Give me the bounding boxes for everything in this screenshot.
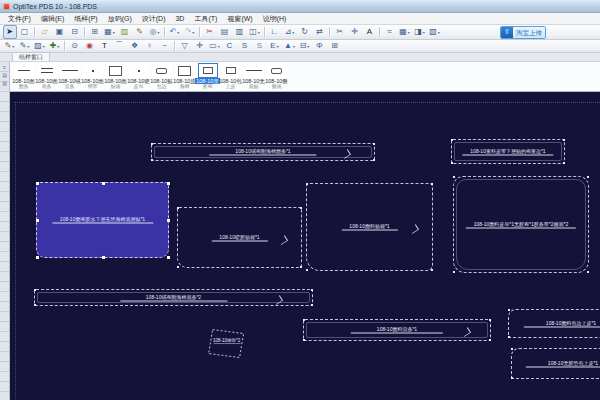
plot-icon-dropdown-arrow[interactable]: ▾ xyxy=(113,30,115,35)
pattern-canvas[interactable]: 108-10绑带*2 108-10绒布附海棉面条*1108-10里料皮带下层贴的… xyxy=(10,92,600,400)
s-curve-icon[interactable]: S xyxy=(238,39,252,53)
upload-button[interactable]: ⇧淘宝上传 xyxy=(500,26,546,39)
menu-item-7[interactable]: 视窗(W) xyxy=(222,13,257,24)
window-tool-icon[interactable]: ▭▾ xyxy=(208,39,222,53)
grid-icon[interactable]: ▦▾ xyxy=(398,25,412,39)
circle-tool-icon[interactable]: ⊙ xyxy=(68,39,82,53)
vertical-menu-icon[interactable]: ≡ xyxy=(3,64,6,70)
window-tool-icon-dropdown-arrow[interactable]: ▾ xyxy=(218,44,220,49)
cross-tool-icon[interactable]: ✛ xyxy=(193,39,207,53)
layers-icon[interactable]: ▧▾ xyxy=(428,25,442,39)
grid-icon-dropdown-arrow[interactable]: ▾ xyxy=(408,30,410,35)
arc-tool-icon[interactable]: ⌒ xyxy=(113,39,127,53)
selection-handle[interactable] xyxy=(102,182,105,185)
redo-icon[interactable]: ↷▾ xyxy=(183,25,197,39)
save-icon[interactable]: ▣ xyxy=(53,25,67,39)
piece-thumb-item-1[interactable]: 108-10面底条 xyxy=(35,62,58,91)
stamp-icon-dropdown-arrow[interactable]: ▾ xyxy=(423,30,425,35)
menu-item-8[interactable]: 说明(H) xyxy=(258,13,292,24)
selection-handle[interactable] xyxy=(36,256,39,259)
notch-tool-icon[interactable]: ✂ xyxy=(333,25,347,39)
wave-tool-icon[interactable]: ~ xyxy=(158,39,172,53)
piece-thumb-item-5[interactable]: 108-10硬皮吊 xyxy=(127,62,150,91)
new-file-icon[interactable]: ▢ xyxy=(18,25,32,39)
panel-tool-icon[interactable]: ⊞ xyxy=(328,39,342,53)
seam-allowance-icon[interactable]: ≈ xyxy=(383,25,397,39)
selection-handle[interactable] xyxy=(167,219,170,222)
selection-handle[interactable] xyxy=(36,219,39,222)
menu-item-6[interactable]: 工具(T) xyxy=(189,13,222,24)
piece-binding-bottom[interactable]: 108-10无胶垫包上皮*1 xyxy=(511,348,600,379)
add-point-icon-dropdown-arrow[interactable]: ▾ xyxy=(57,44,59,49)
open-file-icon[interactable]: ▱ xyxy=(38,25,52,39)
piece-thumb-item-0[interactable]: 108-10面面条 xyxy=(12,62,35,91)
undo-icon[interactable]: ↶▾ xyxy=(168,25,182,39)
s-mirror-icon[interactable]: S xyxy=(253,39,267,53)
measure-tool-icon[interactable]: ⊿▾ xyxy=(283,25,297,39)
selection-handle[interactable] xyxy=(102,256,105,259)
shade-tool-icon-dropdown-arrow[interactable]: ▾ xyxy=(293,44,295,49)
tab-pieces-window[interactable]: 纸样窗口 xyxy=(12,52,50,61)
shade-tool-icon[interactable]: ▲▾ xyxy=(283,39,297,53)
zoom-icon[interactable]: ◎▾ xyxy=(148,25,162,39)
piece-lining-strip[interactable]: 108-10里料皮带下层贴的布里边*1 xyxy=(451,139,565,164)
selection-handle[interactable] xyxy=(167,256,170,259)
piece-side-panel[interactable]: 108-10面料皮吊*1无胶布*1胶条带*2侧底*2 xyxy=(453,176,589,273)
piece-bottom-strip[interactable]: 108-10绒布附海棉底条*2 xyxy=(34,289,313,306)
piece-top-strip[interactable]: 108-10绒布附海棉面条*1 xyxy=(151,143,375,161)
piece-thumb-item-8[interactable]: 108-10里里布 xyxy=(196,62,219,91)
piece-welt-strip[interactable]: 108-10面料沿条*1 xyxy=(303,319,491,341)
piece-strap-trapezoid[interactable] xyxy=(209,330,244,358)
image-icon[interactable]: ▨ xyxy=(118,25,132,39)
export-tool-icon[interactable]: E▾ xyxy=(268,39,282,53)
move-tool-icon[interactable]: ❖ xyxy=(128,39,142,53)
dart-tool-icon[interactable]: ▽ xyxy=(178,39,192,53)
paste-icon[interactable]: ▥ xyxy=(233,25,247,39)
menu-item-2[interactable]: 纸样(P) xyxy=(69,13,102,24)
menu-item-1[interactable]: 编辑(E) xyxy=(36,13,69,24)
piece-pocket-small[interactable]: 108-10硬胶贴袋*1 xyxy=(177,207,302,268)
select-tool-icon[interactable]: ➤ xyxy=(3,25,17,39)
trace-tool-icon-dropdown-arrow[interactable]: ▾ xyxy=(43,44,45,49)
add-point-icon[interactable]: ✚▾ xyxy=(48,39,62,53)
layers-icon-dropdown-arrow[interactable]: ▾ xyxy=(438,30,440,35)
rotate-piece-icon[interactable]: ↻ xyxy=(298,25,312,39)
selection-handle[interactable] xyxy=(167,182,170,185)
paste-special-icon-dropdown-arrow[interactable]: ▾ xyxy=(258,30,260,35)
trace-tool-icon[interactable]: ▨▾ xyxy=(33,39,47,53)
curve-pen-icon[interactable]: ✎▾ xyxy=(18,39,32,53)
vertical-panel-icon[interactable]: ▥ xyxy=(2,80,7,86)
text-tool-icon[interactable]: A xyxy=(363,25,377,39)
menu-item-0[interactable]: 文件(F) xyxy=(3,13,36,24)
piece-thumb-item-10[interactable]: 108-10无底贴 xyxy=(242,62,265,91)
menu-item-5[interactable]: 3D xyxy=(170,13,189,24)
page-tool-icon-dropdown-arrow[interactable]: ▾ xyxy=(307,44,309,49)
stamp-icon[interactable]: ◨▾ xyxy=(413,25,427,39)
text-label-icon[interactable]: T xyxy=(98,39,112,53)
phi-tool-icon[interactable]: Φ xyxy=(313,39,327,53)
menu-item-3[interactable]: 放码(G) xyxy=(103,13,137,24)
piece-thumb-item-3[interactable]: 108-10面绑带 xyxy=(81,62,104,91)
selection-handle[interactable] xyxy=(36,182,39,185)
move-piece-icon[interactable]: ✛ xyxy=(348,25,362,39)
piece-binding-top[interactable]: 108-10面料包边上皮*1 xyxy=(508,309,600,338)
piece-thumb-item-11[interactable]: 108-10侧侧底 xyxy=(265,62,288,91)
piece-pocket-large[interactable]: 108-10面料贴袋*1 xyxy=(306,183,433,271)
paste-special-icon[interactable]: ◫▾ xyxy=(248,25,262,39)
zoom-icon-dropdown-arrow[interactable]: ▾ xyxy=(157,30,159,35)
piece-thumb-item-2[interactable]: 108-10绒沿条 xyxy=(58,62,81,91)
menu-item-4[interactable]: 设计(D) xyxy=(137,13,171,24)
ruler-corner-icon[interactable]: ∟ xyxy=(268,25,282,39)
digitize-icon[interactable]: ✎ xyxy=(133,25,147,39)
print-preview-icon[interactable]: ⊞ xyxy=(88,25,102,39)
print-icon[interactable]: ⊟ xyxy=(68,25,82,39)
title-bar[interactable]: OptiTex PDS 10 - 108.PDS xyxy=(0,0,600,13)
copy-icon[interactable]: ▤ xyxy=(218,25,232,39)
export-tool-icon-dropdown-arrow[interactable]: ▾ xyxy=(277,44,279,49)
plot-icon[interactable]: ▦▾ xyxy=(103,25,117,39)
vertical-grid-icon[interactable]: ▤ xyxy=(2,72,7,78)
drill-point-icon[interactable]: ◉ xyxy=(83,39,97,53)
curve-pen-icon-dropdown-arrow[interactable]: ▾ xyxy=(27,44,29,49)
piece-thumb-item-4[interactable]: 108-10面贴袋 xyxy=(104,62,127,91)
piece-thumb-item-9[interactable]: 108-10包上皮 xyxy=(219,62,242,91)
